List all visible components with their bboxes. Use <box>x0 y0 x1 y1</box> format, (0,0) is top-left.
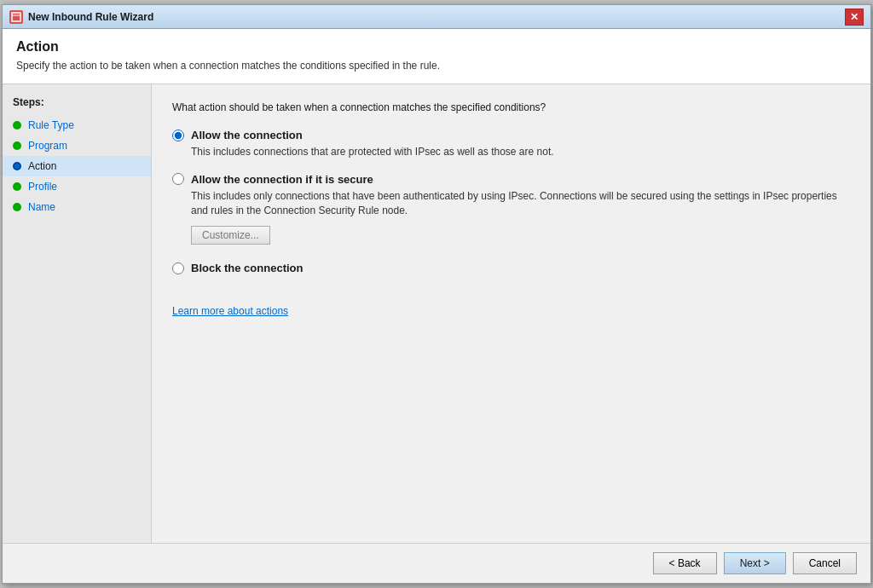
step-dot-name <box>13 203 21 211</box>
sidebar-label-name: Name <box>28 201 55 213</box>
sidebar-item-rule-type[interactable]: Rule Type <box>3 115 151 135</box>
cancel-button[interactable]: Cancel <box>793 552 857 574</box>
window-icon <box>9 10 23 24</box>
sidebar: Steps: Rule Type Program Action Profile … <box>3 84 152 543</box>
window-title: New Inbound Rule Wizard <box>28 11 845 23</box>
title-bar: New Inbound Rule Wizard ✕ <box>3 5 870 29</box>
option-allow-row: Allow the connection <box>172 129 850 141</box>
steps-label: Steps: <box>3 93 151 115</box>
step-dot-profile <box>13 182 21 191</box>
footer: < Back Next > Cancel <box>3 543 870 583</box>
radio-block[interactable] <box>172 262 184 274</box>
radio-allow-secure[interactable] <box>172 173 184 185</box>
step-dot-action <box>13 162 21 170</box>
back-button[interactable]: < Back <box>653 552 717 574</box>
customize-button[interactable]: Customize... <box>191 226 270 245</box>
sidebar-label-action: Action <box>28 160 56 172</box>
option-allow-secure-desc: This includes only connections that have… <box>191 189 850 218</box>
main-panel: What action should be taken when a conne… <box>152 84 870 543</box>
header-section: Action Specify the action to be taken wh… <box>3 29 870 84</box>
sidebar-item-action[interactable]: Action <box>3 156 151 176</box>
sidebar-label-program: Program <box>28 140 67 152</box>
sidebar-item-name[interactable]: Name <box>3 197 151 217</box>
step-dot-rule-type <box>13 121 21 130</box>
option-allow-label: Allow the connection <box>191 129 303 141</box>
main-window: New Inbound Rule Wizard ✕ Action Specify… <box>2 4 871 584</box>
option-block-group: Block the connection <box>172 262 850 274</box>
option-allow-secure-label: Allow the connection if it is secure <box>191 173 373 186</box>
option-allow-secure-row: Allow the connection if it is secure <box>172 173 850 186</box>
option-allow-secure-group: Allow the connection if it is secure Thi… <box>172 173 850 249</box>
option-allow-desc: This includes connections that are prote… <box>191 145 850 159</box>
close-button[interactable]: ✕ <box>845 9 864 26</box>
svg-rect-0 <box>12 13 20 21</box>
header-description: Specify the action to be taken when a co… <box>16 60 857 72</box>
page-title: Action <box>16 39 857 55</box>
radio-allow[interactable] <box>172 130 184 141</box>
sidebar-item-program[interactable]: Program <box>3 135 151 156</box>
question-text: What action should be taken when a conne… <box>172 101 850 113</box>
option-block-label: Block the connection <box>191 262 303 274</box>
sidebar-item-profile[interactable]: Profile <box>3 176 151 197</box>
content-area: Steps: Rule Type Program Action Profile … <box>3 84 870 543</box>
sidebar-label-profile: Profile <box>28 181 57 193</box>
option-block-row: Block the connection <box>172 262 850 274</box>
option-allow-group: Allow the connection This includes conne… <box>172 129 850 159</box>
next-button[interactable]: Next > <box>724 552 786 574</box>
step-dot-program <box>13 141 21 150</box>
learn-more-link[interactable]: Learn more about actions <box>172 305 288 317</box>
sidebar-label-rule-type: Rule Type <box>28 119 74 131</box>
